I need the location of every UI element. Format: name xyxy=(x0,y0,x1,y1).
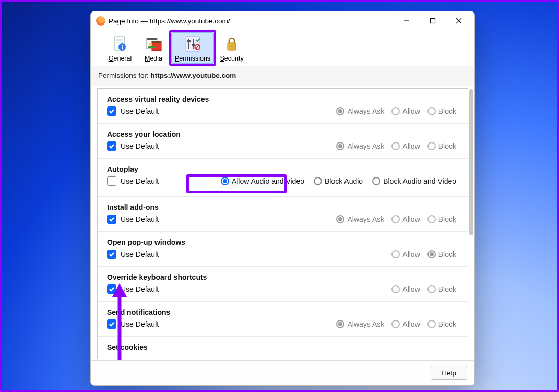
svg-rect-14 xyxy=(152,41,161,43)
row-popups-title: Open pop-up windows xyxy=(107,238,456,246)
loc-always-ask-radio[interactable] xyxy=(336,142,344,150)
help-button[interactable]: Help xyxy=(431,366,467,380)
popups-use-default-label: Use Default xyxy=(121,250,159,258)
tab-general[interactable]: General xyxy=(104,32,136,64)
shortcuts-block-radio[interactable] xyxy=(427,285,436,293)
row-cookies-title: Set cookies xyxy=(107,343,456,351)
addons-always-ask-label: Always Ask xyxy=(347,215,384,223)
popups-allow-label: Allow xyxy=(402,250,420,258)
row-autoplay: Autoplay Use Default Allow Audio and Vid… xyxy=(98,159,468,197)
autoplay-allow-av-label: Allow Audio and Video xyxy=(232,177,304,185)
media-icon xyxy=(144,34,163,54)
notify-use-default-checkbox[interactable] xyxy=(107,319,116,329)
vr-always-ask-radio[interactable] xyxy=(336,107,344,115)
svg-rect-12 xyxy=(147,38,157,40)
vr-allow-label: Allow xyxy=(402,107,420,115)
notify-use-default-label: Use Default xyxy=(121,320,159,328)
shortcuts-allow-radio[interactable] xyxy=(391,285,400,293)
svg-rect-21 xyxy=(192,44,195,46)
autoplay-block-audio-label: Block Audio xyxy=(325,177,363,185)
tab-media[interactable]: Media xyxy=(138,32,169,64)
notify-allow-radio[interactable] xyxy=(391,320,400,328)
row-cookies: Set cookies xyxy=(98,337,468,357)
popups-block-label: Block xyxy=(438,250,456,258)
row-shortcuts-title: Override keyboard shortcuts xyxy=(107,273,456,281)
shortcuts-allow-label: Allow xyxy=(402,285,420,293)
close-button[interactable] xyxy=(447,14,470,28)
subheader-site: https://www.youtube.com xyxy=(151,72,236,79)
row-location-title: Access your location xyxy=(107,130,456,138)
row-addons: Install add-ons Use Default Always Ask A… xyxy=(98,197,468,232)
row-autoplay-title: Autoplay xyxy=(107,165,456,173)
shortcuts-use-default-label: Use Default xyxy=(121,285,159,293)
autoplay-block-av-radio[interactable] xyxy=(372,177,380,185)
firefox-icon xyxy=(96,16,105,26)
loc-allow-label: Allow xyxy=(402,142,420,150)
titlebar: Page Info — https://www.youtube.com/ xyxy=(91,11,474,30)
loc-allow-radio[interactable] xyxy=(391,142,400,150)
popups-allow-radio[interactable] xyxy=(391,250,400,258)
row-location: Access your location Use Default Always … xyxy=(98,124,468,159)
popups-block-radio[interactable] xyxy=(427,250,436,258)
notify-block-radio[interactable] xyxy=(427,320,436,328)
svg-rect-10 xyxy=(122,47,123,50)
vr-use-default-checkbox[interactable] xyxy=(107,106,116,116)
tab-security[interactable]: Security xyxy=(216,32,247,64)
subheader-prefix: Permissions for: xyxy=(98,72,151,79)
vr-always-ask-label: Always Ask xyxy=(347,107,384,115)
svg-point-25 xyxy=(231,45,233,47)
autoplay-block-av-label: Block Audio and Video xyxy=(383,177,456,185)
loc-use-default-checkbox[interactable] xyxy=(107,141,116,151)
window-title: Page Info — https://www.youtube.com/ xyxy=(109,17,230,25)
permissions-subheader: Permissions for: https://www.youtube.com xyxy=(91,66,474,86)
row-vr: Access virtual reality devices Use Defau… xyxy=(98,89,468,124)
loc-block-label: Block xyxy=(438,142,456,150)
minimize-button[interactable] xyxy=(395,14,418,28)
addons-use-default-checkbox[interactable] xyxy=(107,215,116,224)
addons-allow-label: Allow xyxy=(402,215,420,223)
svg-rect-1 xyxy=(431,19,435,23)
addons-block-radio[interactable] xyxy=(427,215,436,223)
tab-permissions[interactable]: Permissions xyxy=(171,32,214,64)
autoplay-use-default-checkbox[interactable] xyxy=(107,176,116,186)
addons-block-label: Block xyxy=(438,215,456,223)
page-info-window: Page Info — https://www.youtube.com/ Gen… xyxy=(90,11,475,386)
loc-block-radio[interactable] xyxy=(427,142,436,150)
loc-always-ask-label: Always Ask xyxy=(347,142,384,150)
vr-block-label: Block xyxy=(438,107,456,115)
row-shortcuts: Override keyboard shortcuts Use Default … xyxy=(98,267,468,302)
loc-use-default-label: Use Default xyxy=(121,142,159,150)
shortcuts-block-label: Block xyxy=(438,285,456,293)
vr-use-default-label: Use Default xyxy=(121,107,159,115)
maximize-button[interactable] xyxy=(421,14,444,28)
vr-allow-radio[interactable] xyxy=(391,107,400,115)
notify-block-label: Block xyxy=(438,320,456,328)
tab-security-label: Security xyxy=(220,55,244,62)
scrollbar[interactable] xyxy=(469,89,473,235)
lock-icon xyxy=(222,34,242,54)
vr-block-radio[interactable] xyxy=(427,107,436,115)
notify-always-ask-label: Always Ask xyxy=(347,320,384,328)
row-addons-title: Install add-ons xyxy=(107,203,456,211)
permissions-icon xyxy=(183,34,203,54)
autoplay-use-default-label: Use Default xyxy=(121,177,159,185)
tab-media-label: Media xyxy=(145,55,162,62)
row-notify: Send notifications Use Default Always As… xyxy=(98,302,468,337)
notify-allow-label: Allow xyxy=(402,320,420,328)
row-notify-title: Send notifications xyxy=(107,308,456,316)
addons-always-ask-radio[interactable] xyxy=(336,215,344,223)
autoplay-allow-av-radio[interactable] xyxy=(221,177,229,185)
document-info-icon xyxy=(110,34,130,54)
tab-toolbar: General Media Permissions Security xyxy=(91,30,474,66)
tab-general-label: General xyxy=(109,55,132,62)
shortcuts-use-default-checkbox[interactable] xyxy=(107,284,116,294)
popups-use-default-checkbox[interactable] xyxy=(107,250,116,259)
svg-point-15 xyxy=(149,43,152,46)
dialog-footer: Help xyxy=(91,360,474,385)
notify-always-ask-radio[interactable] xyxy=(336,320,344,328)
addons-allow-radio[interactable] xyxy=(391,215,400,223)
svg-rect-20 xyxy=(187,40,191,42)
permissions-list: Access virtual reality devices Use Defau… xyxy=(97,88,468,359)
row-vr-title: Access virtual reality devices xyxy=(107,95,456,103)
autoplay-block-audio-radio[interactable] xyxy=(314,177,322,185)
